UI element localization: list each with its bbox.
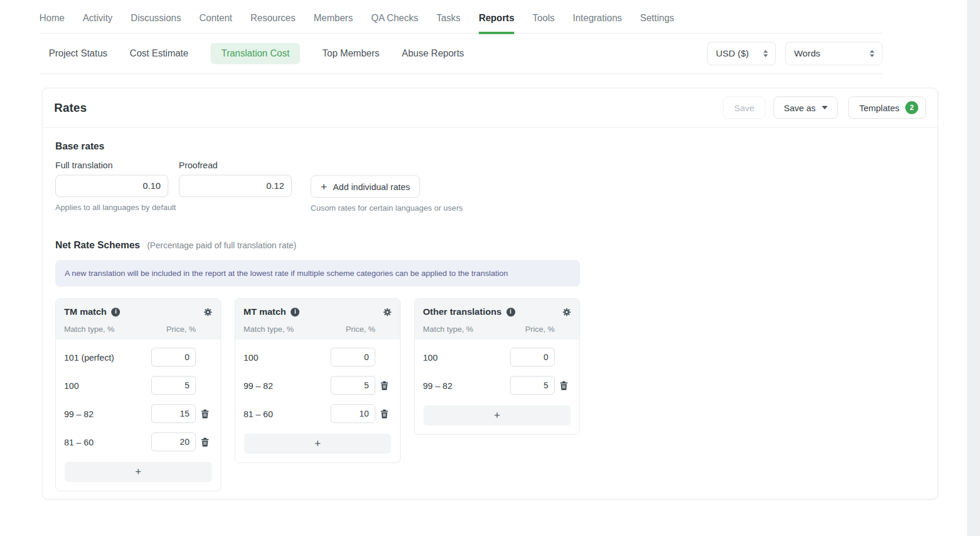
nav-item-integrations[interactable]: Integrations [573,13,622,33]
delete-rate-row-button[interactable] [381,381,388,390]
tab-translation-cost[interactable]: Translation Cost [211,43,300,64]
nav-item-resources[interactable]: Resources [251,13,295,33]
delete-rate-row-button[interactable] [381,410,388,418]
match-range-label: 100 [64,381,151,391]
trash-icon [381,410,388,418]
nav-item-discussions[interactable]: Discussions [131,13,181,33]
rates-card: Rates Save Save as Templates 2 Base rate… [42,88,938,500]
tm-match-panel: TM match i Match type, % Price, % [55,298,221,491]
nav-item-members[interactable]: Members [314,13,353,33]
nav-item-tasks[interactable]: Tasks [436,13,461,33]
templates-count-badge: 2 [905,101,918,114]
full-translation-label: Full translation [55,160,168,170]
plus-icon: + [135,466,142,478]
mt-match-title: MT match [244,307,286,317]
full-translation-input[interactable] [55,175,168,197]
rate-row: 99 – 82 [235,371,400,399]
templates-button[interactable]: Templates 2 [848,96,926,119]
price-input[interactable] [331,348,375,367]
rate-row: 81 – 60 [235,399,400,428]
mt-match-panel: MT match i Match type, % Price, % [235,298,401,463]
mt-match-settings-button[interactable] [383,308,392,317]
match-type-column-label: Match type, % [244,325,294,334]
other-translations-settings-button[interactable] [562,308,571,317]
nav-item-qa-checks[interactable]: QA Checks [371,13,418,33]
lowest-rate-info-banner: A new translation will be included in th… [55,260,580,287]
tab-project-status[interactable]: Project Status [49,43,108,64]
add-individual-rates-helper: Cusom rates for certain languages or use… [311,204,463,212]
tab-cost-estimate[interactable]: Cost Estimate [130,43,189,64]
info-icon[interactable]: i [506,308,515,317]
nav-item-tools[interactable]: Tools [532,13,554,33]
match-type-column-label: Match type, % [64,325,115,334]
net-rate-schemes-subheading: (Percentage paid of full translation rat… [147,241,296,250]
delete-rate-row-button[interactable] [560,381,568,390]
price-input[interactable] [151,376,196,395]
info-icon[interactable]: i [111,308,120,317]
unit-select-value: Words [794,48,821,59]
price-input[interactable] [151,348,196,367]
nav-item-activity[interactable]: Activity [83,13,113,33]
net-rate-schemes-heading: Net Rate Schemes [55,239,140,251]
price-input[interactable] [510,348,555,367]
tab-top-members[interactable]: Top Members [322,43,379,64]
match-range-label: 100 [423,352,510,362]
nav-item-settings[interactable]: Settings [640,13,674,33]
full-translation-helper: Applies to all languages by default [55,203,168,212]
delete-rate-row-button[interactable] [201,438,209,447]
add-rate-row-button[interactable]: + [244,434,391,454]
proofread-input[interactable] [179,175,292,197]
price-input[interactable] [331,404,375,423]
nav-item-reports[interactable]: Reports [479,13,514,33]
sort-arrows-icon [763,50,768,57]
save-as-button[interactable]: Save as [774,96,837,119]
price-input[interactable] [151,404,196,423]
currency-select[interactable]: USD ($) [707,42,776,65]
match-range-label: 81 – 60 [244,409,331,419]
match-range-label: 99 – 82 [244,381,331,391]
save-button[interactable]: Save [723,96,765,119]
price-column-label: Price, % [346,325,375,334]
base-rates-heading: Base rates [55,141,925,152]
rates-card-header: Rates Save Save as Templates 2 [42,88,938,128]
price-input[interactable] [510,376,555,395]
add-rate-row-button[interactable]: + [424,405,571,425]
match-range-label: 99 – 82 [64,409,151,419]
top-nav: Home Activity Discussions Content Resour… [39,0,882,34]
price-input[interactable] [331,376,375,395]
add-individual-rates-label: Add individual rates [333,182,410,192]
plus-icon: + [494,410,501,421]
full-translation-field: Full translation Applies to all language… [55,160,168,212]
info-icon[interactable]: i [291,308,299,317]
rate-row: 100 [415,343,579,371]
scrollbar[interactable] [967,0,980,536]
nav-item-home[interactable]: Home [39,13,65,33]
rate-row: 99 – 82 [415,371,579,399]
price-input[interactable] [151,432,196,451]
trash-icon [560,381,568,390]
currency-select-value: USD ($) [716,48,749,59]
net-rate-schemes-header: Net Rate Schemes (Percentage paid of ful… [55,239,925,251]
chevron-down-icon [822,106,828,109]
other-translations-panel: Other translations i Match type, % Price… [414,298,580,435]
tab-abuse-reports[interactable]: Abuse Reports [402,43,464,64]
match-range-label: 100 [244,352,331,362]
page-title: Rates [54,101,723,115]
price-column-label: Price, % [166,325,196,334]
report-filters: USD ($) Words [707,42,882,65]
tm-match-settings-button[interactable] [204,308,212,317]
rate-row: 99 – 82 [56,399,221,428]
add-rate-row-button[interactable]: + [65,462,212,482]
sort-arrows-icon [869,50,875,57]
plus-icon: + [315,438,321,450]
templates-label: Templates [859,103,899,113]
trash-icon [381,381,388,390]
page: Home Activity Discussions Content Resour… [0,0,980,536]
price-column-label: Price, % [525,325,555,334]
nav-item-content[interactable]: Content [199,13,232,33]
delete-rate-row-button[interactable] [201,410,209,418]
add-individual-rates-button[interactable]: + Add individual rates [311,175,420,198]
unit-select[interactable]: Words [785,42,882,65]
rate-row: 81 – 60 [56,428,221,456]
rate-row: 100 [235,343,400,371]
